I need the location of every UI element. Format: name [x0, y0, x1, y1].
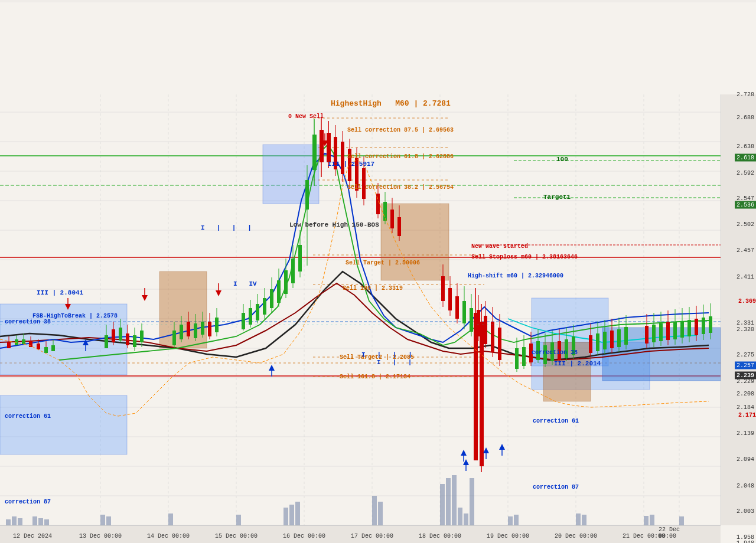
price-label-2.139: 2.139 [737, 430, 756, 436]
svg-rect-153 [362, 168, 366, 199]
svg-rect-97 [119, 328, 122, 341]
svg-rect-56 [100, 515, 105, 525]
svg-rect-109 [187, 322, 190, 336]
svg-rect-99 [126, 333, 129, 345]
svg-rect-91 [51, 345, 55, 351]
svg-rect-179 [498, 328, 501, 360]
price-label-2.171: 2.171 [738, 411, 756, 418]
svg-rect-72 [514, 515, 519, 525]
svg-rect-213 [624, 327, 628, 345]
svg-rect-167 [455, 296, 459, 319]
chart-container: HighestHigh M60 | 2.7281 III | 2.8041 co… [0, 0, 756, 543]
svg-rect-59 [236, 515, 241, 525]
svg-rect-215 [645, 326, 649, 344]
price-label-2.618: 2.618 [735, 154, 756, 162]
svg-rect-61 [289, 505, 294, 525]
time-label: 13 Dec 00:00 [79, 533, 122, 539]
svg-rect-123 [256, 304, 259, 320]
svg-rect-117 [215, 318, 219, 332]
svg-rect-79 [7, 342, 11, 348]
svg-rect-183 [480, 322, 484, 466]
time-label: 15 Dec 00:00 [215, 533, 258, 539]
svg-rect-203 [589, 335, 592, 353]
svg-rect-101 [133, 335, 136, 347]
price-label-2.184: 2.184 [737, 404, 756, 411]
svg-rect-147 [341, 142, 344, 174]
svg-rect-121 [249, 308, 252, 325]
svg-rect-115 [208, 322, 211, 336]
svg-rect-75 [644, 516, 649, 525]
price-label-2.331: 2.331 [737, 319, 756, 326]
price-label-2.592: 2.592 [737, 169, 756, 176]
price-label-2.048: 2.048 [737, 482, 756, 489]
svg-rect-139 [312, 135, 317, 170]
price-axis: 2.7282.6882.6382.6182.5922.5472.5362.502… [721, 94, 756, 525]
svg-rect-217 [652, 325, 656, 342]
svg-rect-62 [295, 502, 300, 525]
svg-rect-119 [242, 313, 245, 329]
svg-rect-50 [6, 519, 11, 525]
svg-rect-66 [446, 478, 451, 525]
svg-rect-111 [194, 323, 197, 338]
svg-rect-76 [650, 515, 654, 525]
price-label-2.229: 2.229 [737, 378, 756, 385]
svg-rect-207 [603, 332, 607, 349]
svg-rect-225 [680, 321, 684, 338]
svg-rect-87 [37, 344, 40, 349]
svg-rect-71 [508, 516, 513, 525]
svg-rect-69 [464, 513, 468, 525]
svg-marker-248 [483, 447, 489, 453]
header-info [0, 0, 756, 2]
svg-rect-77 [679, 516, 684, 525]
price-label-2.638: 2.638 [737, 143, 756, 149]
svg-rect-68 [458, 508, 462, 525]
svg-rect-151 [355, 158, 359, 191]
svg-rect-221 [666, 322, 670, 340]
svg-rect-231 [702, 318, 705, 334]
svg-rect-181 [474, 313, 478, 460]
svg-rect-145 [334, 137, 337, 169]
svg-rect-54 [38, 518, 43, 525]
svg-rect-161 [397, 217, 401, 236]
price-label-2.457: 2.457 [737, 247, 756, 254]
svg-rect-64 [378, 502, 383, 525]
svg-rect-113 [201, 322, 204, 335]
svg-rect-57 [106, 516, 111, 525]
svg-rect-52 [18, 518, 22, 525]
price-label-2.411: 2.411 [737, 273, 756, 280]
time-label: 18 Dec 00:00 [419, 533, 461, 539]
svg-rect-137 [305, 180, 309, 210]
svg-rect-131 [284, 270, 288, 294]
price-label-2.003: 2.003 [737, 508, 756, 515]
svg-rect-227 [687, 320, 691, 336]
svg-rect-209 [610, 331, 614, 348]
price-label-2.208: 2.208 [737, 390, 756, 397]
svg-rect-157 [383, 202, 387, 221]
svg-marker-246 [461, 450, 467, 456]
svg-rect-58 [168, 513, 173, 525]
time-label: 20 Dec 00:00 [555, 533, 597, 539]
svg-rect-175 [484, 316, 487, 344]
time-label: 16 Dec 00:00 [283, 533, 325, 539]
svg-rect-187 [522, 347, 526, 366]
svg-rect-107 [180, 325, 183, 339]
price-label-2.688: 2.688 [737, 114, 756, 120]
time-label: 12 Dec 2024 [13, 533, 52, 539]
price-label-2.536: 2.536 [735, 201, 756, 209]
svg-rect-83 [22, 339, 25, 344]
svg-rect-171 [470, 308, 473, 332]
svg-rect-223 [673, 322, 677, 339]
svg-rect-219 [659, 323, 663, 341]
svg-rect-169 [462, 301, 466, 323]
svg-marker-236 [142, 295, 148, 301]
price-label-2.257: 2.257 [735, 361, 756, 369]
svg-rect-199 [565, 339, 568, 358]
svg-rect-73 [576, 513, 581, 525]
svg-rect-211 [617, 329, 621, 347]
price-label-2.094: 2.094 [737, 456, 756, 462]
svg-rect-195 [550, 342, 554, 361]
price-label-2.275: 2.275 [737, 352, 756, 358]
svg-rect-65 [440, 484, 445, 525]
svg-rect-177 [491, 322, 494, 352]
price-label-2.502: 2.502 [737, 221, 756, 228]
